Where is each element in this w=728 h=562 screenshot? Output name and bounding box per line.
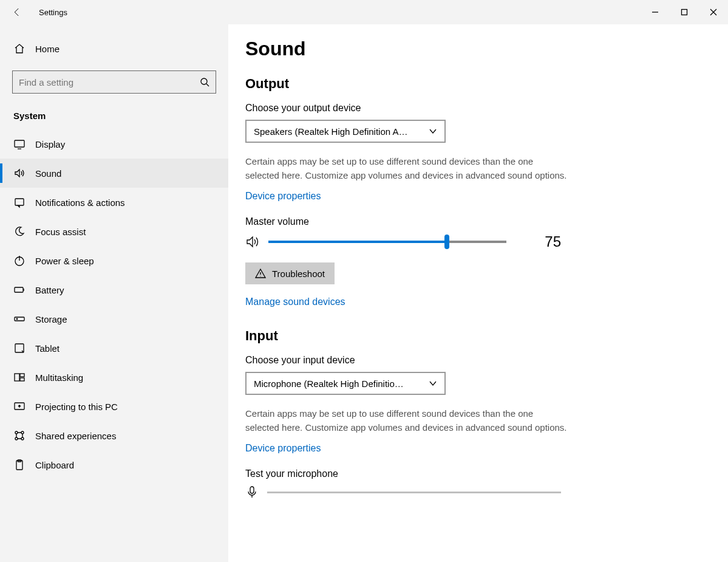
sidebar-item-label: Notifications & actions — [35, 197, 125, 208]
sidebar-item-label: Battery — [35, 285, 64, 295]
svg-rect-5 — [15, 287, 23, 292]
search-icon — [200, 77, 209, 87]
svg-rect-10 — [20, 374, 24, 377]
output-section-title: Output — [245, 76, 728, 92]
search-input[interactable] — [19, 77, 200, 87]
home-label: Home — [35, 44, 60, 54]
sidebar: Home System Display Sound Notifica — [0, 24, 228, 562]
sidebar-item-label: Projecting to this PC — [35, 402, 118, 412]
manage-sound-devices-link[interactable]: Manage sound devices — [245, 296, 345, 307]
test-mic-label: Test your microphone — [245, 468, 728, 479]
sidebar-item-clipboard[interactable]: Clipboard — [0, 450, 228, 479]
svg-point-1 — [201, 78, 207, 84]
sound-icon — [13, 167, 26, 179]
search-box[interactable] — [12, 70, 216, 94]
sidebar-item-display[interactable]: Display — [0, 129, 228, 159]
sidebar-item-shared[interactable]: Shared experiences — [0, 421, 228, 450]
storage-icon — [13, 313, 26, 325]
input-choose-label: Choose your input device — [245, 355, 728, 366]
input-device-selected: Microphone (Realtek High Definitio… — [254, 379, 429, 389]
close-button[interactable] — [699, 0, 728, 24]
main-content: Sound Output Choose your output device S… — [228, 24, 728, 562]
sidebar-item-label: Multitasking — [35, 372, 83, 383]
svg-rect-2 — [15, 140, 24, 147]
chevron-down-icon — [429, 379, 437, 388]
sidebar-item-storage[interactable]: Storage — [0, 304, 228, 334]
title-bar: Settings — [0, 0, 728, 24]
sidebar-item-label: Tablet — [35, 343, 60, 354]
sidebar-item-focus-assist[interactable]: Focus assist — [0, 217, 228, 246]
tablet-icon — [13, 342, 26, 354]
output-explain-text: Certain apps may be set up to use differ… — [245, 155, 567, 182]
warning-icon — [255, 268, 266, 279]
master-volume-value: 75 — [519, 233, 561, 250]
sidebar-item-multitasking[interactable]: Multitasking — [0, 363, 228, 392]
sidebar-item-label: Storage — [35, 314, 67, 324]
input-device-dropdown[interactable]: Microphone (Realtek High Definitio… — [245, 372, 446, 395]
troubleshoot-button[interactable]: Troubleshoot — [245, 262, 335, 284]
svg-rect-3 — [15, 199, 24, 205]
volume-icon — [245, 235, 260, 249]
input-section-title: Input — [245, 328, 728, 344]
svg-point-13 — [15, 431, 18, 434]
mic-test-meter — [267, 492, 561, 493]
svg-rect-6 — [15, 317, 24, 321]
back-button[interactable] — [10, 5, 24, 19]
sidebar-item-notifications[interactable]: Notifications & actions — [0, 188, 228, 217]
moon-icon — [13, 225, 26, 238]
power-icon — [13, 255, 26, 267]
output-device-dropdown[interactable]: Speakers (Realtek High Definition A… — [245, 120, 446, 143]
sidebar-item-label: Focus assist — [35, 227, 86, 237]
svg-point-14 — [21, 431, 24, 434]
output-choose-label: Choose your output device — [245, 103, 728, 114]
sidebar-item-sound[interactable]: Sound — [0, 159, 228, 188]
sidebar-item-power[interactable]: Power & sleep — [0, 246, 228, 275]
battery-icon — [13, 284, 26, 296]
svg-rect-19 — [250, 487, 254, 493]
maximize-button[interactable] — [670, 0, 699, 24]
sidebar-item-label: Display — [35, 139, 65, 149]
sidebar-item-battery[interactable]: Battery — [0, 275, 228, 304]
display-icon — [13, 138, 26, 150]
projecting-icon — [13, 400, 26, 413]
troubleshoot-label: Troubleshoot — [272, 269, 325, 279]
category-label: System — [0, 105, 228, 129]
sidebar-item-label: Shared experiences — [35, 431, 116, 441]
svg-point-16 — [21, 437, 24, 440]
notifications-icon — [13, 196, 26, 208]
output-device-selected: Speakers (Realtek High Definition A… — [254, 126, 429, 137]
svg-rect-11 — [20, 378, 24, 381]
page-title: Sound — [245, 38, 728, 60]
sidebar-item-label: Sound — [35, 168, 61, 179]
multitasking-icon — [13, 371, 26, 383]
clipboard-icon — [13, 459, 26, 471]
microphone-icon — [245, 485, 259, 499]
home-icon — [13, 43, 26, 55]
shared-icon — [13, 430, 26, 442]
svg-point-7 — [16, 318, 18, 320]
svg-rect-9 — [15, 374, 19, 381]
sidebar-item-label: Clipboard — [35, 460, 74, 470]
sidebar-item-tablet[interactable]: Tablet — [0, 334, 228, 363]
sidebar-item-label: Power & sleep — [35, 256, 94, 266]
sidebar-item-home[interactable]: Home — [0, 36, 228, 61]
svg-point-15 — [15, 437, 18, 440]
chevron-down-icon — [429, 127, 437, 135]
input-explain-text: Certain apps may be set up to use differ… — [245, 407, 567, 434]
window-title: Settings — [39, 8, 641, 17]
svg-rect-0 — [682, 10, 687, 15]
minimize-button[interactable] — [641, 0, 670, 24]
input-device-properties-link[interactable]: Device properties — [245, 443, 321, 454]
output-device-properties-link[interactable]: Device properties — [245, 191, 321, 202]
master-volume-label: Master volume — [245, 216, 728, 227]
master-volume-slider[interactable] — [268, 241, 506, 243]
sidebar-item-projecting[interactable]: Projecting to this PC — [0, 392, 228, 421]
